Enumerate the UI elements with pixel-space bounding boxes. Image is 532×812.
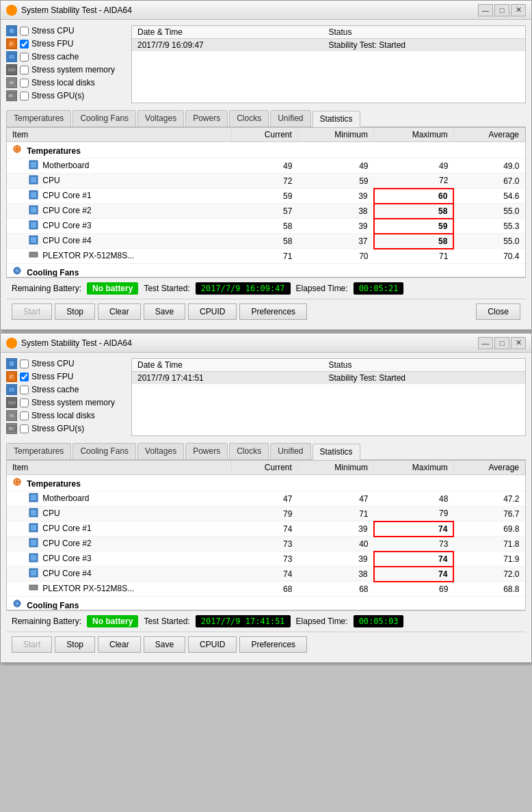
tab-clocks[interactable]: Clocks xyxy=(229,110,269,126)
tab-statistics[interactable]: Statistics xyxy=(312,444,360,460)
row-average: 55.0 xyxy=(453,234,524,249)
test-started-label: Test Started: xyxy=(144,617,189,626)
disk-stress-icon xyxy=(6,77,17,88)
disk2-checkbox[interactable] xyxy=(20,411,29,420)
stress-item-cache2: Stress cache xyxy=(6,384,126,395)
mem-stress-icon xyxy=(6,397,17,408)
preferences-button[interactable]: Preferences xyxy=(239,303,307,320)
svg-point-52 xyxy=(10,415,13,417)
clear-button[interactable]: Clear xyxy=(98,636,141,653)
row-item-name: Motherboard xyxy=(7,159,232,174)
log-panel: Date & Time Status 2017/7/9 17:41:51 Sta… xyxy=(131,358,526,436)
section-name: Temperatures xyxy=(27,146,80,156)
tab-cooling-fans[interactable]: Cooling Fans xyxy=(72,443,136,459)
gpu1-checkbox[interactable] xyxy=(20,92,29,100)
svg-rect-29 xyxy=(29,252,38,257)
row-maximum: 73 xyxy=(374,537,454,552)
cache1-label: Stress cache xyxy=(31,52,79,62)
row-current: 58 xyxy=(232,219,298,234)
row-name-text: CPU Core #2 xyxy=(42,206,91,215)
row-name-text: CPU Core #2 xyxy=(42,539,91,548)
cpu1-checkbox[interactable] xyxy=(20,27,29,36)
tab-unified[interactable]: Unified xyxy=(270,110,310,126)
close-window-button[interactable]: ✕ xyxy=(511,4,526,16)
tab-temperatures[interactable]: Temperatures xyxy=(6,110,71,126)
row-icon xyxy=(29,553,38,565)
stress-item-cache1: Stress cache xyxy=(6,51,126,62)
tab-voltages[interactable]: Voltages xyxy=(137,110,184,126)
col-item: Item xyxy=(7,128,232,142)
fpu1-checkbox[interactable] xyxy=(20,40,29,49)
cache2-checkbox[interactable] xyxy=(20,385,29,394)
save-button[interactable]: Save xyxy=(144,303,185,320)
save-button[interactable]: Save xyxy=(144,636,185,653)
svg-point-55 xyxy=(16,481,19,484)
fpu2-checkbox[interactable] xyxy=(20,373,29,381)
cpuid-button[interactable]: CPUID xyxy=(188,303,237,320)
tab-unified[interactable]: Unified xyxy=(270,443,310,459)
mem1-checkbox[interactable] xyxy=(20,66,29,75)
minimize-button[interactable]: — xyxy=(478,337,493,349)
row-minimum: 70 xyxy=(297,249,373,264)
row-minimum: 39 xyxy=(297,552,373,567)
window-1: System Stability Test - AIDA64 — □ ✕ Str… xyxy=(0,0,532,330)
data-table-container[interactable]: Item Current Minimum Maximum Average Tem… xyxy=(6,460,526,610)
row-current: 58 xyxy=(232,234,298,249)
tab-clocks[interactable]: Clocks xyxy=(229,443,269,459)
table-row: CPU Core #4 74 38 74 72.0 xyxy=(7,567,525,582)
row-minimum: 71 xyxy=(297,506,373,522)
preferences-button[interactable]: Preferences xyxy=(239,636,307,653)
row-item-name: CPU Core #4 xyxy=(7,234,232,249)
clear-button[interactable]: Clear xyxy=(98,303,141,320)
tab-powers[interactable]: Powers xyxy=(185,443,228,459)
elapsed-value: 00:05:03 xyxy=(354,615,404,627)
battery-value: No battery xyxy=(87,282,138,295)
elapsed-label: Elapsed Time: xyxy=(296,284,348,293)
section-name: Cooling Fans xyxy=(27,268,79,278)
stop-button[interactable]: Stop xyxy=(55,303,95,320)
log-header-status: Status xyxy=(329,360,520,370)
tab-cooling-fans[interactable]: Cooling Fans xyxy=(72,110,136,126)
cpuid-button[interactable]: CPUID xyxy=(188,636,237,653)
svg-rect-66 xyxy=(31,555,36,560)
svg-rect-64 xyxy=(31,540,36,545)
test-started-label: Test Started: xyxy=(144,284,189,293)
maximize-button[interactable]: □ xyxy=(494,337,509,349)
stress-item-mem1: Stress system memory xyxy=(6,64,126,75)
svg-rect-58 xyxy=(31,495,36,500)
cache1-checkbox[interactable] xyxy=(20,53,29,62)
svg-rect-10 xyxy=(13,67,14,68)
svg-rect-41 xyxy=(10,362,14,366)
row-item-name: CPU Core #3 xyxy=(7,219,232,234)
close-window-button[interactable]: ✕ xyxy=(511,337,526,349)
svg-rect-14 xyxy=(9,94,12,97)
svg-rect-5 xyxy=(9,55,14,57)
maximize-button[interactable]: □ xyxy=(494,4,509,16)
gpu2-checkbox[interactable] xyxy=(20,424,29,433)
mem2-checkbox[interactable] xyxy=(20,398,29,407)
tab-powers[interactable]: Powers xyxy=(185,110,228,126)
svg-rect-18 xyxy=(31,162,36,167)
minimize-button[interactable]: — xyxy=(478,4,493,16)
mem1-label: Stress system memory xyxy=(31,65,115,75)
table-row: CPU Core #1 59 39 60 54.6 xyxy=(7,189,525,204)
tab-temperatures[interactable]: Temperatures xyxy=(6,443,71,459)
table-row: CPU 79 71 79 76.7 xyxy=(7,506,525,522)
tab-statistics[interactable]: Statistics xyxy=(312,111,360,127)
cpu2-checkbox[interactable] xyxy=(20,360,29,368)
row-average: 71.8 xyxy=(453,537,524,552)
section-cooling-fans: Cooling Fans xyxy=(7,597,525,611)
stop-button[interactable]: Stop xyxy=(55,636,95,653)
svg-rect-22 xyxy=(31,192,36,198)
disk1-checkbox[interactable] xyxy=(20,79,29,87)
row-minimum: 47 xyxy=(297,491,373,506)
start-button[interactable]: Start xyxy=(12,303,52,320)
svg-rect-68 xyxy=(31,570,36,576)
close-button[interactable]: Close xyxy=(476,303,520,320)
row-current: 71 xyxy=(232,249,298,264)
start-button[interactable]: Start xyxy=(12,636,52,653)
row-maximum: 58 xyxy=(374,204,454,219)
row-current: 72 xyxy=(232,174,298,189)
tab-voltages[interactable]: Voltages xyxy=(137,443,184,459)
data-table-container[interactable]: Item Current Minimum Maximum Average Tem… xyxy=(6,127,526,278)
